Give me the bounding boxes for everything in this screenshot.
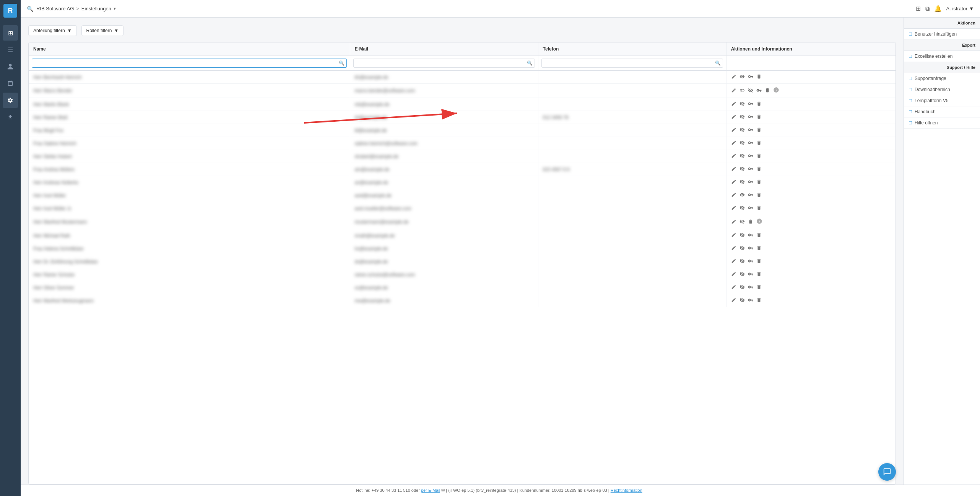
eye-off-icon[interactable] [739,127,745,134]
delete-icon[interactable] [756,192,762,199]
edit-icon[interactable] [731,284,736,291]
sidebar-item-menu[interactable]: ☰ [3,42,18,57]
chat-button[interactable] [878,463,896,481]
delete-icon[interactable] [756,297,762,304]
edit-icon[interactable] [731,127,736,134]
edit-icon[interactable] [731,74,736,80]
delete-icon[interactable] [756,179,762,186]
eye-off-icon[interactable] [748,88,753,94]
key-icon[interactable] [748,245,753,252]
delete-icon[interactable] [756,166,762,173]
key-icon[interactable] [748,74,753,80]
roles-filter-button[interactable]: Rollen filtern ▼ [81,25,124,36]
edit-icon[interactable] [731,140,736,147]
delete-icon[interactable] [765,88,770,94]
key-icon[interactable] [748,114,753,121]
delete-icon[interactable] [756,232,762,239]
delete-icon[interactable] [748,219,753,225]
edit-icon[interactable] [731,88,736,94]
key-icon[interactable] [748,140,753,147]
edit-icon[interactable] [731,219,736,225]
info-icon[interactable] [756,218,762,226]
key-icon[interactable] [748,192,753,199]
email-search-input[interactable] [353,59,535,68]
eye-off-icon[interactable] [739,205,745,212]
delete-icon[interactable] [756,205,762,212]
eye-off-icon[interactable] [739,179,745,186]
delete-icon[interactable] [756,271,762,278]
benutzer-hinzufuegen-link[interactable]: ☐ Benutzer hinzufügen [904,29,980,40]
eye-off-icon[interactable] [739,258,745,265]
hilfe-link[interactable]: ☐Hilfe öffnen [904,117,980,129]
sidebar-item-calendar[interactable] [3,76,18,91]
key-icon[interactable] [748,232,753,239]
edit-icon[interactable] [731,297,736,304]
delete-icon[interactable] [756,245,762,252]
delete-icon[interactable] [756,153,762,160]
delete-icon[interactable] [756,74,762,80]
edit-icon[interactable] [731,271,736,278]
key-icon[interactable] [748,297,753,304]
eye-off-icon[interactable] [739,271,745,278]
sidebar-item-settings[interactable] [3,93,18,108]
sidebar-item-users[interactable] [3,59,18,74]
department-filter-button[interactable]: Abteilung filtern ▼ [28,25,77,36]
key-icon[interactable] [748,284,753,291]
edit-icon[interactable] [731,179,736,186]
delete-icon[interactable] [756,127,762,134]
lernplattform-link[interactable]: ☐Lernplattform V5 [904,95,980,106]
delete-icon[interactable] [756,284,762,291]
name-search-input[interactable] [32,59,347,68]
support-link[interactable]: ☐Supportanfrage [904,73,980,84]
delete-icon[interactable] [756,258,762,265]
edit-icon[interactable] [731,101,736,108]
sidebar-item-home[interactable]: ⊞ [3,25,18,41]
app-logo[interactable]: R [3,4,17,18]
eye-off-icon[interactable] [739,101,745,108]
handbuch-link[interactable]: ☐Handbuch [904,106,980,117]
grid-icon[interactable]: ⊞ [916,5,921,12]
phone-search-input[interactable] [541,59,723,68]
edit-icon[interactable] [731,205,736,212]
eye-off-icon[interactable] [739,232,745,239]
link-icon[interactable] [739,88,745,94]
delete-icon[interactable] [756,101,762,108]
edit-icon[interactable] [731,114,736,121]
key-icon[interactable] [748,166,753,173]
eye-off-icon[interactable] [739,245,745,252]
delete-icon[interactable] [756,114,762,121]
key-icon[interactable] [748,127,753,134]
footer-email-link[interactable]: per E-Mail [421,488,440,493]
key-icon[interactable] [748,153,753,160]
excelliste-erstellen-link[interactable]: ☐ Excelliste erstellen [904,51,980,62]
eye-off-icon[interactable] [739,153,745,160]
eye-off-icon[interactable] [739,140,745,147]
key-icon[interactable] [756,88,762,94]
eye-off-icon[interactable] [739,219,745,225]
edit-icon[interactable] [731,232,736,239]
window-icon[interactable]: ⧉ [925,5,930,12]
sidebar-item-export[interactable] [3,109,18,125]
breadcrumb-current[interactable]: Einstellungen ▼ [81,6,117,11]
eye-icon[interactable] [739,74,745,80]
footer-legal-link[interactable]: Rechtinformation [611,488,642,493]
download-link[interactable]: ☐Downloadbereich [904,84,980,95]
delete-icon[interactable] [756,140,762,147]
key-icon[interactable] [748,179,753,186]
info-icon[interactable] [773,87,779,95]
key-icon[interactable] [748,101,753,108]
eye-icon[interactable] [739,192,745,199]
user-menu[interactable]: A. istrator ▼ [946,6,974,11]
key-icon[interactable] [748,258,753,265]
edit-icon[interactable] [731,258,736,265]
eye-off-icon[interactable] [739,284,745,291]
key-icon[interactable] [748,271,753,278]
edit-icon[interactable] [731,245,736,252]
eye-off-icon[interactable] [739,166,745,173]
edit-icon[interactable] [731,166,736,173]
breadcrumb-root[interactable]: RIB Software AG [36,6,74,11]
edit-icon[interactable] [731,153,736,160]
eye-off-icon[interactable] [739,114,745,121]
edit-icon[interactable] [731,192,736,199]
key-icon[interactable] [748,205,753,212]
